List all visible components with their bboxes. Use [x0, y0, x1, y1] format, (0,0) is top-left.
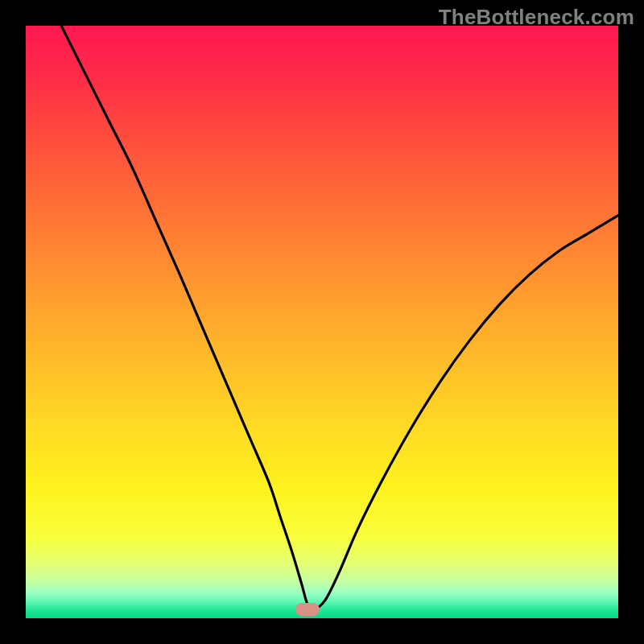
chart-frame: TheBottleneck.com — [0, 0, 644, 644]
optimum-marker — [295, 603, 320, 616]
bottleneck-curve — [26, 26, 618, 618]
plot-area — [26, 26, 618, 618]
watermark-text: TheBottleneck.com — [439, 5, 634, 30]
